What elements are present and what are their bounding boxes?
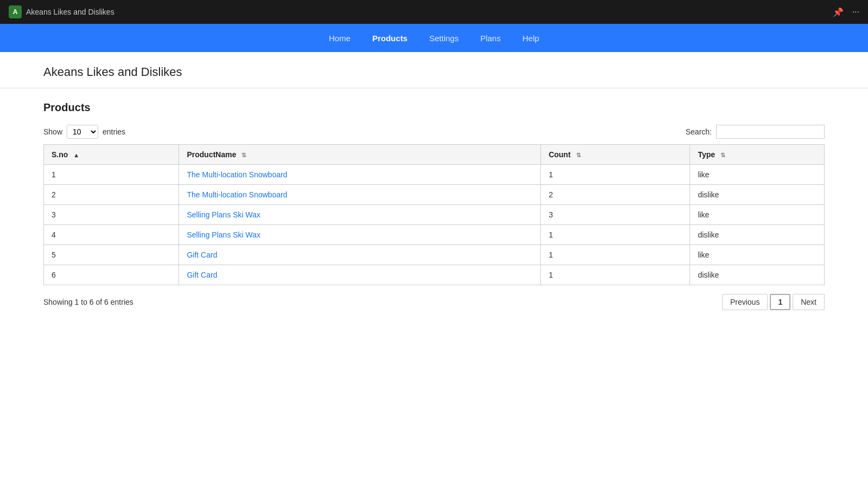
nav-item-help[interactable]: Help xyxy=(522,34,539,43)
cell-count: 3 xyxy=(541,205,690,225)
cell-type: dislike xyxy=(690,185,825,205)
nav-item-home[interactable]: Home xyxy=(329,34,350,43)
product-link[interactable]: The Multi-location Snowboard xyxy=(187,170,287,179)
entries-label: entries xyxy=(103,127,125,136)
cell-type: dislike xyxy=(690,265,825,285)
product-link[interactable]: Selling Plans Ski Wax xyxy=(187,210,260,219)
products-table: S.no ▲ ProductName ⇅ Count ⇅ Type ⇅ 1 Th… xyxy=(43,144,825,285)
sort-icon-product-name: ⇅ xyxy=(241,152,246,159)
product-link[interactable]: The Multi-location Snowboard xyxy=(187,190,287,199)
cell-sno: 4 xyxy=(44,225,179,245)
previous-button[interactable]: Previous xyxy=(722,294,768,310)
table-header: S.no ▲ ProductName ⇅ Count ⇅ Type ⇅ xyxy=(44,145,825,165)
table-body: 1 The Multi-location Snowboard 1 like 2 … xyxy=(44,165,825,285)
app-icon: A xyxy=(9,5,22,18)
main-content: Products Show 10 25 50 100 entries Searc… xyxy=(0,88,868,323)
product-link[interactable]: Gift Card xyxy=(187,271,217,279)
cell-type: like xyxy=(690,165,825,185)
show-entries: Show 10 25 50 100 entries xyxy=(43,125,125,139)
nav-item-plans[interactable]: Plans xyxy=(480,34,501,43)
page-1-button[interactable]: 1 xyxy=(770,294,790,310)
cell-product-name: Selling Plans Ski Wax xyxy=(179,205,541,225)
nav-item-settings[interactable]: Settings xyxy=(429,34,458,43)
page-title: Akeans Likes and Dislikes xyxy=(43,65,825,79)
nav-item-products[interactable]: Products xyxy=(372,34,407,43)
cell-product-name: Gift Card xyxy=(179,245,541,265)
top-bar-left: A Akeans Likes and Dislikes xyxy=(9,5,114,18)
table-row: 5 Gift Card 1 like xyxy=(44,245,825,265)
search-label: Search: xyxy=(686,127,712,136)
cell-product-name: Selling Plans Ski Wax xyxy=(179,225,541,245)
cell-type: like xyxy=(690,245,825,265)
top-bar: A Akeans Likes and Dislikes 📌 ··· xyxy=(0,0,868,24)
pagination-controls: Previous 1 Next xyxy=(722,294,825,310)
nav-bar: Home Products Settings Plans Help xyxy=(0,24,868,52)
search-box: Search: xyxy=(686,125,825,139)
sort-icon-count: ⇅ xyxy=(576,152,581,159)
table-controls: Show 10 25 50 100 entries Search: xyxy=(43,125,825,139)
section-title: Products xyxy=(43,101,825,114)
table-row: 4 Selling Plans Ski Wax 1 dislike xyxy=(44,225,825,245)
entries-select[interactable]: 10 25 50 100 xyxy=(67,125,98,139)
top-bar-right: 📌 ··· xyxy=(833,7,859,17)
product-link[interactable]: Gift Card xyxy=(187,251,217,259)
cell-sno: 1 xyxy=(44,165,179,185)
pagination-info: Showing 1 to 6 of 6 entries xyxy=(43,298,133,306)
col-sno[interactable]: S.no ▲ xyxy=(44,145,179,165)
col-type[interactable]: Type ⇅ xyxy=(690,145,825,165)
cell-sno: 6 xyxy=(44,265,179,285)
table-row: 1 The Multi-location Snowboard 1 like xyxy=(44,165,825,185)
cell-product-name: Gift Card xyxy=(179,265,541,285)
product-link[interactable]: Selling Plans Ski Wax xyxy=(187,230,260,239)
cell-type: dislike xyxy=(690,225,825,245)
more-icon[interactable]: ··· xyxy=(852,7,859,17)
cell-count: 1 xyxy=(541,265,690,285)
cell-product-name: The Multi-location Snowboard xyxy=(179,185,541,205)
cell-count: 1 xyxy=(541,245,690,265)
cell-count: 1 xyxy=(541,225,690,245)
table-row: 6 Gift Card 1 dislike xyxy=(44,265,825,285)
show-label: Show xyxy=(43,127,62,136)
cell-count: 2 xyxy=(541,185,690,205)
table-row: 2 The Multi-location Snowboard 2 dislike xyxy=(44,185,825,205)
app-title: Akeans Likes and Dislikes xyxy=(26,8,114,16)
next-button[interactable]: Next xyxy=(793,294,825,310)
search-input[interactable] xyxy=(716,125,825,139)
cell-sno: 2 xyxy=(44,185,179,205)
cell-sno: 3 xyxy=(44,205,179,225)
pagination-row: Showing 1 to 6 of 6 entries Previous 1 N… xyxy=(43,294,825,310)
cell-sno: 5 xyxy=(44,245,179,265)
pin-icon[interactable]: 📌 xyxy=(833,7,844,17)
col-count[interactable]: Count ⇅ xyxy=(541,145,690,165)
sort-icon-sno: ▲ xyxy=(73,152,79,158)
cell-product-name: The Multi-location Snowboard xyxy=(179,165,541,185)
table-row: 3 Selling Plans Ski Wax 3 like xyxy=(44,205,825,225)
cell-count: 1 xyxy=(541,165,690,185)
sort-icon-type: ⇅ xyxy=(720,152,725,159)
page-header: Akeans Likes and Dislikes xyxy=(0,52,868,88)
cell-type: like xyxy=(690,205,825,225)
col-product-name[interactable]: ProductName ⇅ xyxy=(179,145,541,165)
